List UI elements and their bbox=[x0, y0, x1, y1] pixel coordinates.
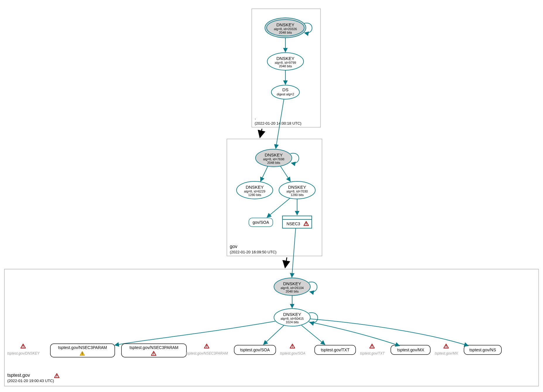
edge-gov-nsec3-tsp-ksk bbox=[292, 228, 296, 277]
zone-label-gov-name: gov bbox=[230, 244, 237, 249]
zone-label-gov-time: (2022-01-20 16:09:50 UTC) bbox=[230, 250, 277, 254]
svg-text:DNSKEY: DNSKEY bbox=[283, 281, 301, 286]
svg-text:tsptest.gov/SOA: tsptest.gov/SOA bbox=[240, 348, 270, 352]
svg-text:tsptest.gov/NS: tsptest.gov/NS bbox=[469, 348, 496, 352]
node-gov-ksk: DNSKEY alg=8, id=7698 2048 bits bbox=[256, 149, 292, 167]
svg-text:2048 bits: 2048 bits bbox=[286, 290, 299, 293]
svg-text:2048 bits: 2048 bits bbox=[279, 31, 292, 34]
edge-tsp-zsk-txt bbox=[302, 325, 325, 345]
svg-text:tsptest.gov/NSEC3PARAM: tsptest.gov/NSEC3PARAM bbox=[58, 345, 107, 350]
rrset-nsec3param-1: tsptest.gov/NSEC3PARAM bbox=[50, 344, 115, 357]
edge-tsp-zsk-nsec3p1 bbox=[115, 321, 275, 345]
svg-text:DNSKEY: DNSKEY bbox=[288, 185, 306, 190]
node-gov-nsec3: NSEC3 bbox=[282, 216, 312, 228]
ghost-soa: tsptest.gov/SOA bbox=[280, 351, 306, 355]
svg-text:1024 bits: 1024 bits bbox=[286, 320, 299, 324]
rrset-soa: tsptest.gov/SOA bbox=[234, 345, 276, 355]
svg-text:alg=8, id=50415: alg=8, id=50415 bbox=[281, 317, 304, 320]
svg-text:alg=8, id=7698: alg=8, id=7698 bbox=[263, 157, 285, 161]
zone-label-tsp-time: (2022-01-20 19:00:43 UTC) bbox=[7, 379, 54, 383]
svg-text:tsptest.gov/MX: tsptest.gov/MX bbox=[397, 348, 424, 352]
svg-text:DNSKEY: DNSKEY bbox=[246, 185, 264, 190]
zone-box-tsp bbox=[4, 269, 539, 386]
svg-text:DS: DS bbox=[282, 87, 289, 92]
edge-tsp-zsk-soa bbox=[263, 325, 284, 345]
svg-text:alg=8, id=20326: alg=8, id=20326 bbox=[274, 27, 297, 31]
ghost-nsec3param: tsptest.gov/NSEC3PARAM bbox=[186, 351, 228, 355]
error-icon bbox=[21, 344, 25, 348]
edge-gov-ksk-zsk1 bbox=[261, 166, 268, 181]
node-root-ds: DS digest alg=2 bbox=[271, 85, 299, 99]
svg-text:tsptest.gov/TXT: tsptest.gov/TXT bbox=[321, 348, 350, 352]
error-icon bbox=[54, 374, 59, 378]
node-tsp-ksk: DNSKEY alg=8, id=26104 2048 bits bbox=[274, 278, 310, 295]
node-gov-zsk1: DNSKEY alg=8, id=6229 1280 bits bbox=[237, 181, 273, 199]
node-tsp-zsk: DNSKEY alg=8, id=50415 1024 bits bbox=[274, 309, 310, 326]
svg-text:gov/SOA: gov/SOA bbox=[253, 220, 269, 225]
svg-text:1280 bits: 1280 bits bbox=[248, 193, 261, 197]
svg-text:alg=8, id=7030: alg=8, id=7030 bbox=[287, 190, 308, 193]
node-gov-soa: gov/SOA bbox=[249, 218, 273, 227]
node-root-ksk: DNSKEY alg=8, id=20326 2048 bits bbox=[265, 18, 306, 38]
svg-text:DNSKEY: DNSKEY bbox=[276, 56, 294, 61]
svg-text:2048 bits: 2048 bits bbox=[279, 64, 292, 68]
rrset-ns: tsptest.gov/NS bbox=[464, 345, 501, 355]
svg-text:digest alg=2: digest alg=2 bbox=[277, 92, 294, 96]
svg-text:NSEC3: NSEC3 bbox=[287, 221, 300, 226]
edge-gov-zsk2-soa bbox=[267, 198, 290, 217]
dnssec-diagram: . (2022-01-20 14:00:18 UTC) DNSKEY alg=8… bbox=[0, 0, 543, 392]
svg-text:1280 bits: 1280 bits bbox=[291, 193, 304, 197]
svg-text:2048 bits: 2048 bits bbox=[267, 161, 280, 164]
zone-label-root-time: (2022-01-20 14:00:18 UTC) bbox=[255, 121, 302, 125]
svg-text:tsptest.gov/NSEC3PARAM: tsptest.gov/NSEC3PARAM bbox=[129, 345, 178, 350]
zone-label-tsp-name: tsptest.gov bbox=[7, 373, 30, 378]
node-gov-zsk2: DNSKEY alg=8, id=7030 1280 bits bbox=[279, 181, 315, 199]
edge-delegation-root-gov bbox=[260, 129, 262, 137]
zone-label-root-name: . bbox=[255, 115, 256, 120]
rrset-txt: tsptest.gov/TXT bbox=[315, 345, 356, 355]
svg-text:alg=8, id=9799: alg=8, id=9799 bbox=[275, 61, 296, 64]
svg-text:DNSKEY: DNSKEY bbox=[265, 152, 283, 157]
error-icon bbox=[370, 344, 374, 348]
node-root-zsk: DNSKEY alg=8, id=9799 2048 bits bbox=[267, 53, 304, 70]
rrset-mx: tsptest.gov/MX bbox=[391, 345, 430, 355]
rrset-nsec3param-2: tsptest.gov/NSEC3PARAM bbox=[121, 344, 186, 357]
ghost-dnskey: tsptest.gov/DNSKEY bbox=[7, 351, 40, 355]
svg-text:DNSKEY: DNSKEY bbox=[276, 22, 294, 27]
svg-text:alg=8, id=6229: alg=8, id=6229 bbox=[244, 190, 265, 193]
edge-gov-ksk-zsk2 bbox=[280, 166, 290, 181]
error-icon bbox=[204, 344, 209, 348]
svg-text:alg=8, id=26104: alg=8, id=26104 bbox=[281, 286, 304, 290]
edge-tsp-zsk-ns bbox=[310, 319, 468, 346]
edge-delegation-gov-tsp bbox=[285, 257, 287, 268]
error-icon bbox=[290, 344, 295, 348]
svg-text:DNSKEY: DNSKEY bbox=[283, 312, 301, 317]
ghost-txt: tsptest.gov/TXT bbox=[360, 351, 385, 355]
error-icon bbox=[444, 344, 448, 348]
ghost-mx: tsptest.gov/MX bbox=[435, 351, 458, 355]
